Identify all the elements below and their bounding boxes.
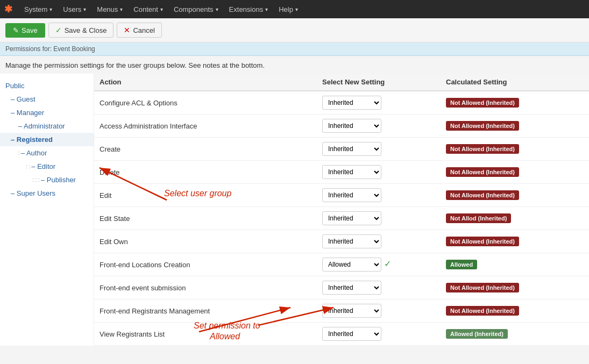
setting-select[interactable]: InheritedAllowedDenied (322, 119, 381, 133)
table-row: CreateInheritedAllowedDeniedNot Allowed … (94, 138, 589, 161)
calculated-cell: Allowed (Inherited) (441, 323, 589, 346)
action-cell: Configure ACL & Options (94, 91, 317, 115)
setting-cell: InheritedAllowedDenied (317, 161, 441, 184)
nav-extensions[interactable]: Extensions ▾ (224, 0, 274, 18)
main-layout: Public – Guest – Manager – Administrator… (0, 74, 589, 346)
calculated-cell: Not Allod (Inherited) (441, 207, 589, 230)
nav-content-caret: ▾ (160, 6, 163, 12)
page-wrapper: ✱ System ▾ Users ▾ Menus ▾ Content ▾ Com… (0, 0, 589, 346)
nav-users[interactable]: Users ▾ (58, 0, 91, 18)
nav-components[interactable]: Components ▾ (168, 0, 224, 18)
table-row: Access Administration InterfaceInherited… (94, 115, 589, 138)
status-badge: Not Allowed (Inherited) (446, 98, 519, 108)
info-bar: Permissions for: Event Booking (0, 42, 589, 56)
setting-select[interactable]: InheritedAllowedDenied (322, 234, 381, 248)
allowed-check-icon: ✓ (384, 259, 391, 268)
action-cell: Front-end Registrants Management (94, 299, 317, 323)
dots-author: : (18, 150, 20, 156)
setting-select[interactable]: InheritedAllowedDenied (322, 281, 381, 295)
setting-select[interactable]: InheritedAllowedDenied (322, 142, 381, 156)
nav-help[interactable]: Help ▾ (273, 0, 303, 18)
status-badge: Not Allowed (Inherited) (446, 283, 519, 292)
setting-select[interactable]: InheritedAllowedDenied (322, 96, 381, 110)
table-row: Front-end Locations CreationInheritedAll… (94, 253, 589, 276)
table-row: Edit OwnInheritedAllowedDeniedNot Allowe… (94, 230, 589, 253)
action-cell: Edit State (94, 207, 317, 230)
nav-system-caret: ▾ (49, 6, 52, 12)
calculated-cell: Allowed (441, 253, 589, 276)
setting-select[interactable]: InheritedAllowedDenied (322, 211, 381, 225)
status-badge: Not Allowed (Inherited) (446, 190, 519, 200)
status-badge: Not Allod (Inherited) (446, 213, 511, 223)
table-row: Edit StateInheritedAllowedDeniedNot Allo… (94, 207, 589, 230)
action-cell: Access Administration Interface (94, 115, 317, 138)
save-icon: ✎ (13, 26, 19, 34)
col-header-setting: Select New Setting (317, 74, 441, 91)
nav-extensions-caret: ▾ (265, 6, 268, 12)
sidebar-item-guest[interactable]: – Guest (0, 92, 94, 106)
setting-select[interactable]: InheritedAllowedDenied (322, 165, 381, 179)
nav-users-caret: ▾ (83, 6, 86, 12)
table-row: EditInheritedAllowedDeniedNot Allowed (I… (94, 184, 589, 207)
status-badge: Not Allowed (Inherited) (446, 121, 519, 131)
sidebar-item-registered[interactable]: – Registered (0, 133, 94, 146)
setting-cell: InheritedAllowedDenied (317, 184, 441, 207)
setting-cell: InheritedAllowedDenied (317, 207, 441, 230)
sidebar-item-public[interactable]: Public (0, 79, 94, 92)
setting-cell: InheritedAllowedDenied (317, 299, 441, 323)
sidebar-item-administrator[interactable]: – Administrator (0, 119, 94, 133)
nav-components-caret: ▾ (216, 6, 218, 12)
toolbar: ✎ Save ✓ Save & Close ✕ Cancel (0, 18, 589, 42)
calculated-cell: Not Allowed (Inherited) (441, 91, 589, 115)
table-row: DeleteInheritedAllowedDeniedNot Allowed … (94, 161, 589, 184)
setting-select[interactable]: InheritedAllowedDenied (322, 304, 381, 318)
save-button[interactable]: ✎ Save (5, 23, 45, 38)
permissions-table: Action Select New Setting Calculated Set… (94, 74, 589, 346)
sidebar-item-manager[interactable]: – Manager (0, 106, 94, 119)
status-badge: Allowed (Inherited) (446, 329, 508, 339)
nav-menus[interactable]: Menus ▾ (91, 0, 128, 18)
status-badge: Allowed (446, 260, 477, 269)
sidebar: Public – Guest – Manager – Administrator… (0, 74, 94, 346)
col-header-action: Action (94, 74, 317, 91)
status-badge: Not Allowed (Inherited) (446, 237, 519, 246)
setting-select[interactable]: InheritedAllowedDenied (322, 258, 381, 272)
calculated-cell: Not Allowed (Inherited) (441, 115, 589, 138)
action-cell: Delete (94, 161, 317, 184)
action-cell: Front-end Locations Creation (94, 253, 317, 276)
action-cell: View Registrants List (94, 323, 317, 346)
top-nav: ✱ System ▾ Users ▾ Menus ▾ Content ▾ Com… (0, 0, 589, 18)
setting-cell: InheritedAllowedDenied (317, 115, 441, 138)
nav-content[interactable]: Content ▾ (128, 0, 168, 18)
calculated-cell: Not Allowed (Inherited) (441, 184, 589, 207)
table-row: Configure ACL & OptionsInheritedAllowedD… (94, 91, 589, 115)
setting-cell: InheritedAllowedDenied✓ (317, 253, 441, 276)
save-close-button[interactable]: ✓ Save & Close (48, 23, 114, 38)
cancel-x-icon: ✕ (124, 26, 130, 34)
calculated-cell: Not Allowed (Inherited) (441, 276, 589, 299)
sidebar-item-superusers[interactable]: – Super Users (0, 187, 94, 200)
save-close-check-icon: ✓ (55, 26, 62, 34)
setting-cell: InheritedAllowedDenied (317, 230, 441, 253)
nav-system[interactable]: System ▾ (19, 0, 58, 18)
status-badge: Not Allowed (Inherited) (446, 306, 519, 316)
sidebar-item-publisher[interactable]: : : : – Publisher (0, 173, 94, 187)
table-row: View Registrants ListInheritedAllowedDen… (94, 323, 589, 346)
sidebar-item-editor[interactable]: : : – Editor (0, 160, 94, 173)
table-row: Front-end Registrants ManagementInherite… (94, 299, 589, 323)
calculated-cell: Not Allowed (Inherited) (441, 299, 589, 323)
setting-select[interactable]: InheritedAllowedDenied (322, 188, 381, 202)
nav-menus-caret: ▾ (120, 6, 123, 12)
joomla-logo: ✱ (4, 3, 12, 15)
sidebar-item-author[interactable]: : – Author (0, 146, 94, 160)
description: Manage the permission settings for the u… (0, 56, 589, 74)
setting-cell: InheritedAllowedDenied (317, 91, 441, 115)
action-cell: Create (94, 138, 317, 161)
setting-cell: InheritedAllowedDenied (317, 323, 441, 346)
calculated-cell: Not Allowed (Inherited) (441, 138, 589, 161)
setting-select[interactable]: InheritedAllowedDenied (322, 327, 381, 341)
setting-cell: InheritedAllowedDenied (317, 276, 441, 299)
cancel-button[interactable]: ✕ Cancel (117, 23, 161, 38)
action-cell: Edit Own (94, 230, 317, 253)
action-cell: Edit (94, 184, 317, 207)
